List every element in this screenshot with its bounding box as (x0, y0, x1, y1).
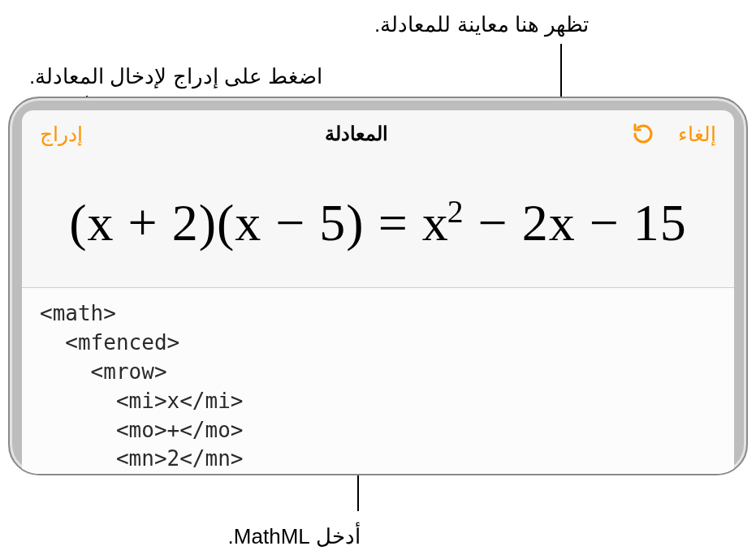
redo-icon[interactable] (629, 120, 657, 148)
equation-preview: (x + 2)(x − 5) = x2 − 2x − 15 (69, 196, 687, 249)
device-frame: إلغاء المعادلة إدراج (x + 2)(x − 5) = x2… (8, 97, 748, 475)
dialog-toolbar: إلغاء المعادلة إدراج (22, 110, 734, 157)
equation-dialog: إلغاء المعادلة إدراج (x + 2)(x − 5) = x2… (22, 110, 734, 474)
callout-preview: تظهر هنا معاينة للمعادلة. (374, 10, 589, 39)
callout-enter-mathml: أدخل MathML. (228, 522, 361, 551)
dialog-title: المعادلة (83, 123, 629, 145)
insert-button[interactable]: إدراج (40, 123, 83, 146)
toolbar-right-group: إلغاء (629, 120, 716, 148)
documentation-figure: تظهر هنا معاينة للمعادلة. اضغط على إدراج… (0, 0, 756, 559)
cancel-button[interactable]: إلغاء (678, 123, 716, 146)
callout-tap-insert: اضغط على إدراج لإدخال المعادلة. (29, 62, 322, 91)
equation-preview-area: (x + 2)(x − 5) = x2 − 2x − 15 (22, 157, 734, 287)
mathml-source-input[interactable]: <math> <mfenced> <mrow> <mi>x</mi> <mo>+… (22, 287, 734, 474)
